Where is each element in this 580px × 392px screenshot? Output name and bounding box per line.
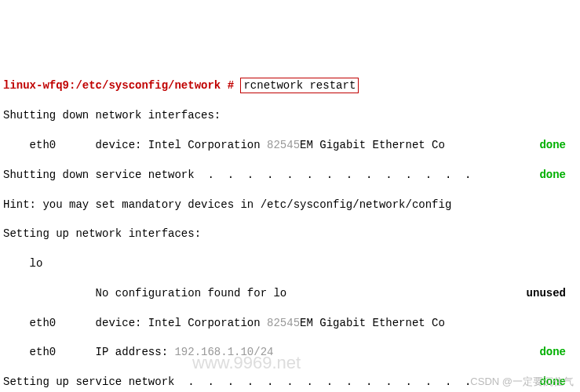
status-done: done xyxy=(539,168,566,183)
status-done: done xyxy=(539,138,566,153)
output-line: Setting up network interfaces: xyxy=(3,227,577,241)
cmd-line-1: linux-wfq9:/etc/sysconfig/network # rcne… xyxy=(3,78,577,93)
status-done: done xyxy=(539,345,566,360)
output-line: Hint: you may set mandatory devices in /… xyxy=(3,198,577,212)
output-line: Shutting down network interfaces: xyxy=(3,108,577,123)
terminal-output: linux-wfq9:/etc/sysconfig/network # rcne… xyxy=(3,64,577,392)
output-line: eth0 IP address: 192.168.1.10/24done xyxy=(3,345,577,360)
command-rcnetwork: rcnetwork restart xyxy=(240,78,359,93)
output-line: Shutting down service network . . . . . … xyxy=(3,168,577,183)
output-line: No configuration found for lounused xyxy=(3,286,577,301)
output-line: eth0 device: Intel Corporation 82545EM G… xyxy=(3,316,577,331)
output-line: lo xyxy=(3,256,577,271)
shell-prompt: linux-wfq9:/etc/sysconfig/network # xyxy=(3,79,240,92)
status-unused: unused xyxy=(527,286,566,301)
output-line: eth0 device: Intel Corporation 82545EM G… xyxy=(3,138,577,153)
watermark-csdn: CSDN @一定要沉住气 xyxy=(470,375,574,389)
